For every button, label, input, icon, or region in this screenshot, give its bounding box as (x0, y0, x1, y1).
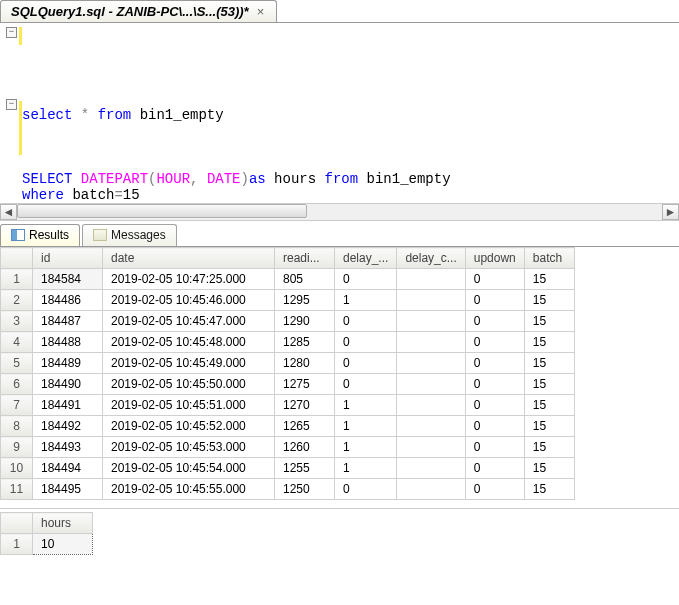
column-header-id[interactable]: id (33, 248, 103, 269)
row-header[interactable]: 3 (1, 311, 33, 332)
table-cell[interactable]: 15 (524, 290, 574, 311)
scroll-right-icon[interactable]: ► (662, 204, 679, 220)
table-row[interactable]: 31844872019-02-05 10:45:47.00012900015 (1, 311, 575, 332)
table-cell[interactable]: 0 (335, 374, 397, 395)
table-cell[interactable]: 2019-02-05 10:45:51.000 (103, 395, 275, 416)
table-cell[interactable]: 0 (335, 332, 397, 353)
table-cell[interactable] (397, 269, 465, 290)
table-cell[interactable]: 1280 (275, 353, 335, 374)
table-cell[interactable]: 184489 (33, 353, 103, 374)
table-cell[interactable]: 0 (465, 332, 524, 353)
table-cell[interactable]: 10 (33, 534, 93, 555)
table-cell[interactable] (397, 395, 465, 416)
table-cell[interactable]: 2019-02-05 10:45:52.000 (103, 416, 275, 437)
table-cell[interactable]: 0 (465, 311, 524, 332)
table-cell[interactable]: 805 (275, 269, 335, 290)
table-cell[interactable]: 0 (335, 479, 397, 500)
table-cell[interactable]: 1260 (275, 437, 335, 458)
row-header[interactable]: 11 (1, 479, 33, 500)
tab-results[interactable]: Results (0, 224, 80, 246)
row-header[interactable]: 4 (1, 332, 33, 353)
table-cell[interactable]: 1 (335, 437, 397, 458)
table-cell[interactable]: 15 (524, 416, 574, 437)
table-row[interactable]: 91844932019-02-05 10:45:53.00012601015 (1, 437, 575, 458)
column-header-hours[interactable]: hours (33, 513, 93, 534)
fold-toggle-icon[interactable]: − (6, 27, 17, 38)
table-cell[interactable]: 184487 (33, 311, 103, 332)
row-header[interactable]: 10 (1, 458, 33, 479)
scroll-left-icon[interactable]: ◄ (0, 204, 17, 220)
column-header-delay-2[interactable]: delay_c... (397, 248, 465, 269)
table-cell[interactable]: 15 (524, 479, 574, 500)
table-cell[interactable]: 15 (524, 311, 574, 332)
table-cell[interactable] (397, 332, 465, 353)
table-cell[interactable]: 15 (524, 395, 574, 416)
results-grid-1[interactable]: id date readi... delay_... delay_c... up… (0, 247, 679, 509)
table-cell[interactable]: 0 (465, 269, 524, 290)
table-cell[interactable]: 1290 (275, 311, 335, 332)
fold-toggle-icon[interactable]: − (6, 99, 17, 110)
row-header[interactable]: 5 (1, 353, 33, 374)
table-cell[interactable]: 184493 (33, 437, 103, 458)
table-cell[interactable]: 1295 (275, 290, 335, 311)
row-header[interactable]: 7 (1, 395, 33, 416)
table-cell[interactable]: 15 (524, 353, 574, 374)
sql-editor[interactable]: − − select * from bin1_empty SELECT DATE… (0, 23, 679, 203)
table-cell[interactable]: 15 (524, 269, 574, 290)
table-row[interactable]: 81844922019-02-05 10:45:52.00012651015 (1, 416, 575, 437)
table-row[interactable]: 71844912019-02-05 10:45:51.00012701015 (1, 395, 575, 416)
row-header[interactable]: 6 (1, 374, 33, 395)
table-cell[interactable]: 0 (465, 395, 524, 416)
table-cell[interactable]: 15 (524, 458, 574, 479)
tab-messages[interactable]: Messages (82, 224, 177, 246)
table-cell[interactable]: 0 (335, 353, 397, 374)
table-cell[interactable]: 2019-02-05 10:45:53.000 (103, 437, 275, 458)
column-header-batch[interactable]: batch (524, 248, 574, 269)
table-cell[interactable] (397, 458, 465, 479)
row-header[interactable]: 1 (1, 534, 33, 555)
scroll-thumb[interactable] (17, 204, 307, 218)
table-cell[interactable]: 2019-02-05 10:47:25.000 (103, 269, 275, 290)
table-cell[interactable] (397, 416, 465, 437)
table-cell[interactable]: 184494 (33, 458, 103, 479)
table-cell[interactable]: 1265 (275, 416, 335, 437)
table-cell[interactable]: 1 (335, 458, 397, 479)
table-cell[interactable]: 2019-02-05 10:45:54.000 (103, 458, 275, 479)
table-cell[interactable]: 1275 (275, 374, 335, 395)
column-header-updown[interactable]: updown (465, 248, 524, 269)
table-cell[interactable]: 184486 (33, 290, 103, 311)
table-row[interactable]: 11845842019-02-05 10:47:25.0008050015 (1, 269, 575, 290)
table-cell[interactable] (397, 437, 465, 458)
table-cell[interactable]: 15 (524, 437, 574, 458)
table-cell[interactable]: 15 (524, 332, 574, 353)
table-cell[interactable]: 184491 (33, 395, 103, 416)
table-cell[interactable] (397, 311, 465, 332)
table-cell[interactable] (397, 290, 465, 311)
results-grid-2[interactable]: hours 110 (0, 512, 679, 555)
table-row[interactable]: 110 (1, 534, 93, 555)
corner-cell[interactable] (1, 248, 33, 269)
row-header[interactable]: 8 (1, 416, 33, 437)
table-cell[interactable]: 0 (465, 353, 524, 374)
table-cell[interactable]: 184488 (33, 332, 103, 353)
table-cell[interactable]: 1 (335, 290, 397, 311)
document-tab[interactable]: SQLQuery1.sql - ZANIB-PC\...\S...(53))* … (0, 0, 277, 22)
table-cell[interactable]: 0 (335, 269, 397, 290)
corner-cell[interactable] (1, 513, 33, 534)
table-cell[interactable]: 2019-02-05 10:45:49.000 (103, 353, 275, 374)
table-row[interactable]: 111844952019-02-05 10:45:55.00012500015 (1, 479, 575, 500)
table-cell[interactable]: 0 (465, 479, 524, 500)
table-cell[interactable]: 0 (465, 374, 524, 395)
editor-h-scrollbar[interactable]: ◄ ► (0, 203, 679, 221)
table-row[interactable]: 41844882019-02-05 10:45:48.00012850015 (1, 332, 575, 353)
row-header[interactable]: 1 (1, 269, 33, 290)
table-cell[interactable] (397, 374, 465, 395)
table-cell[interactable]: 184492 (33, 416, 103, 437)
table-cell[interactable]: 184584 (33, 269, 103, 290)
table-cell[interactable]: 0 (335, 311, 397, 332)
column-header-date[interactable]: date (103, 248, 275, 269)
table-cell[interactable]: 15 (524, 374, 574, 395)
table-cell[interactable]: 2019-02-05 10:45:50.000 (103, 374, 275, 395)
table-cell[interactable]: 1270 (275, 395, 335, 416)
table-cell[interactable]: 0 (465, 437, 524, 458)
